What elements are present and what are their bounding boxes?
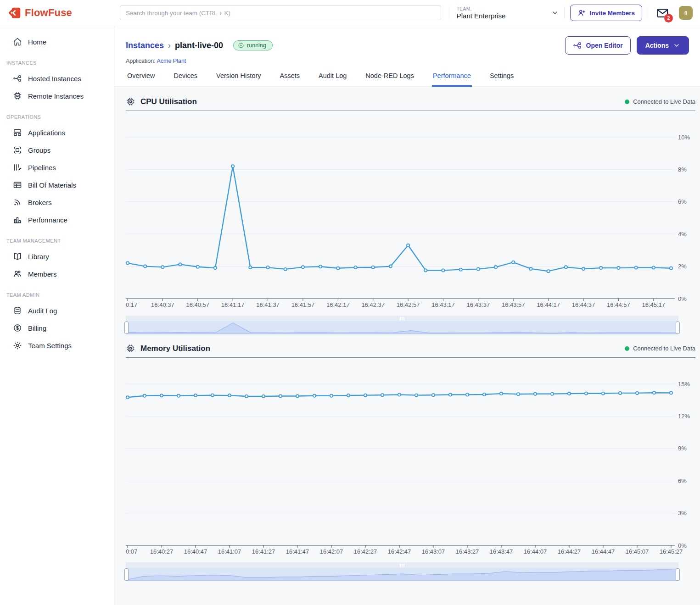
sidebar-item-label: Remote Instances [28, 92, 84, 100]
application-link[interactable]: Acme Plant [157, 58, 186, 64]
pipelines-icon [13, 163, 22, 172]
cpu-line-chart: 0%2%4%6%8%10%0:1716:40:3716:40:5716:41:1… [126, 112, 695, 311]
svg-text:16:42:57: 16:42:57 [397, 301, 420, 308]
sidebar-item-audit-log[interactable]: Audit Log [0, 302, 114, 319]
svg-text:6%: 6% [678, 198, 687, 205]
svg-text:16:45:07: 16:45:07 [626, 548, 649, 555]
cpu-chart-title: CPU Utilisation [140, 97, 197, 106]
user-plus-icon [577, 9, 586, 17]
chip-icon [13, 91, 22, 100]
svg-text:16:40:47: 16:40:47 [184, 548, 207, 555]
cpu-range-handle-left[interactable] [124, 322, 129, 334]
sidebar-item-brokers[interactable]: Brokers [0, 194, 114, 211]
cpu-live-status-label: Connected to Live Data [633, 98, 695, 105]
divider [451, 7, 451, 19]
sidebar-item-hosted-instances[interactable]: Hosted Instances [0, 70, 114, 87]
page-header: Instances › plant-live-00 running Open E… [114, 26, 700, 87]
sidebar-item-team-settings[interactable]: Team Settings [0, 337, 114, 354]
sidebar-item-label: Applications [28, 129, 65, 137]
cpu-range-handle-right[interactable] [676, 322, 680, 334]
svg-text:0:07: 0:07 [126, 548, 137, 555]
tab-performance[interactable]: Performance [432, 72, 472, 87]
sidebar-item-label: Bill Of Materials [28, 181, 76, 189]
svg-text:10%: 10% [678, 134, 690, 141]
sidebar-item-label: Members [28, 270, 57, 278]
home-icon [13, 37, 22, 46]
sidebar-item-bill-of-materials[interactable]: Bill Of Materials [0, 177, 114, 193]
svg-text:16:41:57: 16:41:57 [291, 301, 315, 308]
tab-assets[interactable]: Assets [279, 72, 301, 87]
breadcrumb: Instances › plant-live-00 running Open E… [126, 36, 689, 55]
open-editor-button[interactable]: Open Editor [565, 36, 631, 55]
memory-live-status-label: Connected to Live Data [633, 345, 695, 352]
chevron-down-icon [673, 42, 680, 49]
svg-text:16:40:37: 16:40:37 [151, 301, 174, 308]
svg-text:4%: 4% [678, 231, 687, 238]
notifications-button[interactable]: 2 [656, 7, 669, 19]
memory-line-chart: 0%3%6%9%12%15%0:0716:40:2716:40:4716:41:… [126, 359, 695, 558]
tab-version-history[interactable]: Version History [215, 72, 262, 87]
sidebar-item-billing[interactable]: Billing [0, 320, 114, 336]
tab-overview[interactable]: Overview [126, 72, 156, 87]
divider [564, 7, 565, 19]
invite-members-label: Invite Members [590, 10, 635, 17]
memory-range-handle-left[interactable] [124, 568, 129, 581]
svg-text:16:41:17: 16:41:17 [221, 301, 245, 308]
sidebar-item-performance[interactable]: Performance [0, 211, 114, 228]
svg-text:6%: 6% [678, 477, 687, 484]
memory-minimap [126, 568, 678, 581]
user-avatar[interactable]: fl [679, 6, 693, 20]
panel-divider [126, 111, 695, 111]
status-badge-label: running [247, 42, 266, 49]
tab-audit-log[interactable]: Audit Log [318, 72, 347, 87]
svg-text:16:40:57: 16:40:57 [186, 301, 209, 308]
breadcrumb-instances-link[interactable]: Instances [126, 41, 164, 50]
svg-text:16:41:07: 16:41:07 [218, 548, 241, 555]
svg-text:16:42:27: 16:42:27 [354, 548, 377, 555]
svg-text:16:43:27: 16:43:27 [456, 548, 479, 555]
actions-button[interactable]: Actions [637, 36, 689, 55]
cpu-minimap [126, 321, 678, 334]
svg-text:16:41:37: 16:41:37 [256, 301, 280, 308]
sidebar-item-remote-instances[interactable]: Remote Instances [0, 88, 114, 104]
tab-node-red-logs[interactable]: Node-RED Logs [364, 72, 415, 87]
tab-settings[interactable]: Settings [489, 72, 515, 87]
sidebar-section-instances: INSTANCES [0, 51, 114, 69]
svg-text:16:42:37: 16:42:37 [361, 301, 385, 308]
svg-text:3%: 3% [678, 510, 687, 516]
live-dot-icon [625, 346, 629, 351]
svg-text:16:43:57: 16:43:57 [502, 301, 525, 308]
svg-text:16:42:47: 16:42:47 [388, 548, 411, 555]
database-icon [13, 306, 22, 315]
gear-icon [13, 341, 22, 350]
tab-bar: Overview Devices Version History Assets … [126, 72, 689, 86]
main-content: Instances › plant-live-00 running Open E… [114, 26, 700, 605]
svg-text:16:43:47: 16:43:47 [490, 548, 513, 555]
invite-members-button[interactable]: Invite Members [570, 5, 642, 21]
search-input[interactable] [120, 6, 441, 20]
memory-range-slider-grip[interactable] [126, 562, 678, 568]
sidebar-item-groups[interactable]: Groups [0, 142, 114, 158]
flowfuse-logo-icon [8, 6, 21, 19]
sidebar-item-label: Pipelines [28, 164, 56, 172]
sidebar-item-home[interactable]: Home [0, 33, 114, 50]
broadcast-icon [13, 198, 22, 207]
cpu-range-slider[interactable] [126, 316, 678, 334]
svg-text:16:43:37: 16:43:37 [467, 301, 490, 308]
team-name: Plant Enterprise [457, 12, 506, 20]
tab-devices[interactable]: Devices [173, 72, 198, 87]
svg-text:16:41:47: 16:41:47 [286, 548, 309, 555]
sidebar-item-library[interactable]: Library [0, 248, 114, 265]
sidebar-item-pipelines[interactable]: Pipelines [0, 159, 114, 176]
team-selector[interactable]: TEAM: Plant Enterprise [457, 6, 559, 20]
svg-text:16:44:27: 16:44:27 [558, 548, 581, 555]
memory-range-handle-right[interactable] [676, 568, 680, 581]
sidebar-item-applications[interactable]: Applications [0, 124, 114, 141]
sidebar-item-label: Audit Log [28, 307, 57, 315]
sidebar-item-members[interactable]: Members [0, 266, 114, 282]
cpu-range-slider-grip[interactable] [126, 316, 678, 321]
svg-text:0:17: 0:17 [126, 301, 137, 308]
bar-chart-icon [13, 215, 22, 224]
memory-range-slider[interactable] [126, 562, 678, 581]
flowfuse-logo[interactable]: FlowFuse [0, 6, 114, 19]
